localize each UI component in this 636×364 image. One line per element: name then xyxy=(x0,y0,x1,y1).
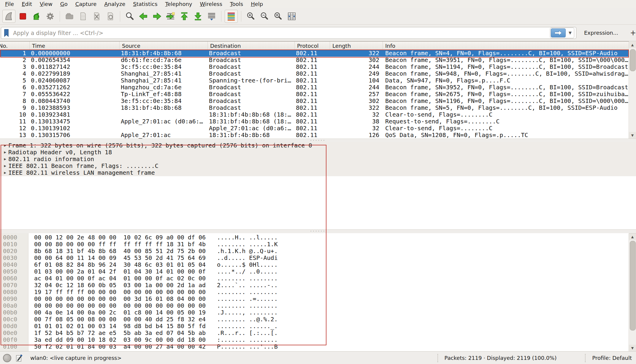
packet-row[interactable]: 60.035271262Hangzhou_cd:7a:6eBroadcast80… xyxy=(0,84,629,91)
packet-row[interactable]: 90.10238859318:31:bf:4b:8b:68Broadcast80… xyxy=(0,104,629,111)
add-filter-button[interactable]: + xyxy=(625,29,636,37)
stop-capture-button[interactable] xyxy=(17,10,29,23)
hex-row[interactable]: 009000 00 00 00 00 00 00 00 00 3d 16 01 … xyxy=(0,295,629,302)
scrollbar-thumb[interactable] xyxy=(630,241,636,330)
auto-scroll-button[interactable] xyxy=(205,10,218,23)
scrollbar-thumb[interactable] xyxy=(630,49,636,71)
menu-file[interactable]: File xyxy=(2,1,17,7)
detail-row[interactable]: ▶Radiotap Header v0, Length 18 xyxy=(0,149,636,156)
packet-row[interactable]: 130.130315706Apple_27:01:ac18:31:bf:4b:8… xyxy=(0,132,629,139)
capture-options-button[interactable] xyxy=(44,10,56,23)
menu-go[interactable]: Go xyxy=(57,1,71,7)
reload-capture-button[interactable] xyxy=(104,10,117,23)
pane-splitter-bottom[interactable]: ······ xyxy=(0,229,636,233)
packet-row[interactable]: 40.022799189Shanghai_27:85:41Broadcast80… xyxy=(0,70,629,77)
colorize-packets-button[interactable] xyxy=(225,10,238,23)
capture-comment-icon[interactable] xyxy=(15,354,23,362)
scroll-down-icon[interactable]: ▼ xyxy=(629,345,636,351)
filter-bookmark-icon[interactable] xyxy=(3,28,10,37)
expand-arrow-icon[interactable]: ▶ xyxy=(2,142,8,149)
filter-dropdown-caret[interactable]: ▼ xyxy=(569,31,572,35)
packet-list-scrollbar[interactable]: ▲ ▼ xyxy=(629,42,636,139)
cell-dst: Spanning-tree-(for-bri… xyxy=(208,77,295,84)
expand-arrow-icon[interactable]: ▶ xyxy=(2,156,8,163)
start-capture-button[interactable] xyxy=(2,10,15,23)
hex-row[interactable]: 010050 f2 02 01 01 84 00 03 a4 00 00 27 … xyxy=(0,343,629,350)
detail-row[interactable]: ▶IEEE 802.11 wireless LAN management fra… xyxy=(0,169,636,176)
display-filter-field[interactable]: ▼ xyxy=(1,27,576,39)
scroll-up-icon[interactable]: ▲ xyxy=(629,233,636,240)
detail-row[interactable]: ▶IEEE 802.11 Beacon frame, Flags: ......… xyxy=(0,163,636,169)
hex-row[interactable]: 000000 00 12 00 2e 48 00 00 10 02 6c 09 … xyxy=(0,234,629,241)
zoom-in-button[interactable] xyxy=(245,10,257,23)
expression-button[interactable]: Expression... xyxy=(584,30,618,36)
column-header-destination[interactable]: Destination xyxy=(208,42,295,50)
hex-row[interactable]: 00c000 7f 08 05 00 08 00 00 00 00 40 dd … xyxy=(0,316,629,323)
column-header-info[interactable]: Info xyxy=(383,42,629,50)
hex-row[interactable]: 008019 17 ff ff ff 00 00 00 00 00 00 00 … xyxy=(0,289,629,295)
menu-wireless[interactable]: Wireless xyxy=(197,1,225,7)
go-to-packet-button[interactable] xyxy=(164,10,177,23)
zoom-reset-button[interactable] xyxy=(272,10,284,23)
hex-row[interactable]: 00b000 4a 0e 14 00 0a 00 2c 01 c8 00 14 … xyxy=(0,309,629,316)
scroll-up-icon[interactable]: ▲ xyxy=(629,42,636,48)
hex-row[interactable]: 007032 04 0c 12 18 60 0b 05 03 00 1a 00 … xyxy=(0,282,629,289)
hex-row[interactable]: 001000 00 80 00 00 00 ff ff ff ff ff ff … xyxy=(0,241,629,248)
previous-packet-button[interactable] xyxy=(137,10,150,23)
expert-info-indicator[interactable] xyxy=(3,354,11,362)
hex-row[interactable]: 003000 00 64 00 11 14 00 09 45 53 50 2d … xyxy=(0,255,629,261)
column-header-source[interactable]: Source xyxy=(120,42,208,50)
hex-row[interactable]: 005001 03 00 00 2a 01 04 2f 01 04 30 14 … xyxy=(0,268,629,275)
zoom-out-button[interactable] xyxy=(258,10,271,23)
column-header-length[interactable]: Length xyxy=(330,42,383,50)
open-capture-button[interactable] xyxy=(63,10,76,23)
apply-filter-button[interactable] xyxy=(551,28,566,37)
next-packet-button[interactable] xyxy=(151,10,163,23)
first-packet-button[interactable] xyxy=(178,10,191,23)
detail-row[interactable]: ▶802.11 radio information xyxy=(0,156,636,163)
restart-capture-button[interactable] xyxy=(30,10,43,23)
column-header-time[interactable]: Time xyxy=(30,42,120,50)
menu-help[interactable]: Help xyxy=(248,1,266,7)
packet-row[interactable]: 70.055536422Tp-LinkT_ef:48:88Broadcast80… xyxy=(0,91,629,98)
hex-row[interactable]: 00a000 00 00 00 00 00 00 00 00 00 00 00 … xyxy=(0,302,629,309)
packet-row[interactable]: 120.130139102Apple_27:01:ac (d0:a6:…802.… xyxy=(0,125,629,132)
hex-ascii: .h.1.K.h @..Q-u+. xyxy=(217,248,278,255)
menu-telephony[interactable]: Telephony xyxy=(162,1,195,7)
menu-tools[interactable]: Tools xyxy=(227,1,246,7)
hex-scrollbar[interactable]: ▲ ▼ xyxy=(629,233,636,351)
hex-row[interactable]: 0060ac 04 01 00 00 0f ac 04 01 00 00 0f … xyxy=(0,275,629,282)
save-capture-button[interactable] xyxy=(77,10,89,23)
hex-row[interactable]: 00f03a ed dd 09 00 10 18 02 03 00 9c 00 … xyxy=(0,336,629,343)
column-header-no[interactable]: No. xyxy=(0,42,30,50)
hex-row[interactable]: 00d001 01 01 02 01 00 03 14 98 d8 bd b4 … xyxy=(0,323,629,330)
close-capture-button[interactable] xyxy=(91,10,103,23)
hex-row[interactable]: 00e01f 52 b4 b5 b7 72 ae e5 5b ab 3a ed … xyxy=(0,330,629,336)
expand-arrow-icon[interactable]: ▶ xyxy=(2,169,8,176)
menu-statistics[interactable]: Statistics xyxy=(130,1,160,7)
packet-row[interactable]: 10.00000000018:31:bf:4b:8b:68Broadcast80… xyxy=(0,50,629,57)
menu-capture[interactable]: Capture xyxy=(72,1,100,7)
resize-columns-button[interactable] xyxy=(286,10,298,23)
packet-row[interactable]: 50.024060087Shanghai_27:85:41Spanning-tr… xyxy=(0,77,629,84)
main-toolbar xyxy=(0,8,636,25)
expand-arrow-icon[interactable]: ▶ xyxy=(2,163,8,169)
menu-view[interactable]: View xyxy=(37,1,55,7)
menu-edit[interactable]: Edit xyxy=(19,1,35,7)
scroll-down-icon[interactable]: ▼ xyxy=(629,132,636,139)
hex-row[interactable]: 00406f 01 08 82 84 8b 96 24 30 48 6c 03 … xyxy=(0,261,629,268)
packet-row[interactable]: 110.130133475Apple_27:01:ac (d0:a6:…18:3… xyxy=(0,118,629,125)
packet-row[interactable]: 30.0118271423c:f5:cc:0e:35:84Broadcast80… xyxy=(0,63,629,70)
find-packet-button[interactable] xyxy=(123,10,136,23)
packet-row[interactable]: 20.002654354d6:61:fe:cd:7a:6eBroadcast80… xyxy=(0,57,629,63)
expand-arrow-icon[interactable]: ▶ xyxy=(2,149,8,156)
detail-row[interactable]: ▶Frame 1: 322 bytes on wire (2576 bits),… xyxy=(0,142,636,149)
display-filter-input[interactable] xyxy=(12,29,550,36)
menu-analyze[interactable]: Analyze xyxy=(101,1,128,7)
hex-row[interactable]: 00208b 68 18 31 bf 4b 8b 68 40 00 85 51 … xyxy=(0,248,629,255)
last-packet-button[interactable] xyxy=(192,10,204,23)
packet-row[interactable]: 100.10392348118:31:bf:4b:8b:68 (18:…802.… xyxy=(0,111,629,118)
packet-row[interactable]: 80.0804437403e:f5:cc:0e:35:84Broadcast80… xyxy=(0,98,629,104)
column-header-protocol[interactable]: Protocol xyxy=(295,42,330,50)
profile-selector[interactable]: Profile: Default xyxy=(592,355,632,361)
